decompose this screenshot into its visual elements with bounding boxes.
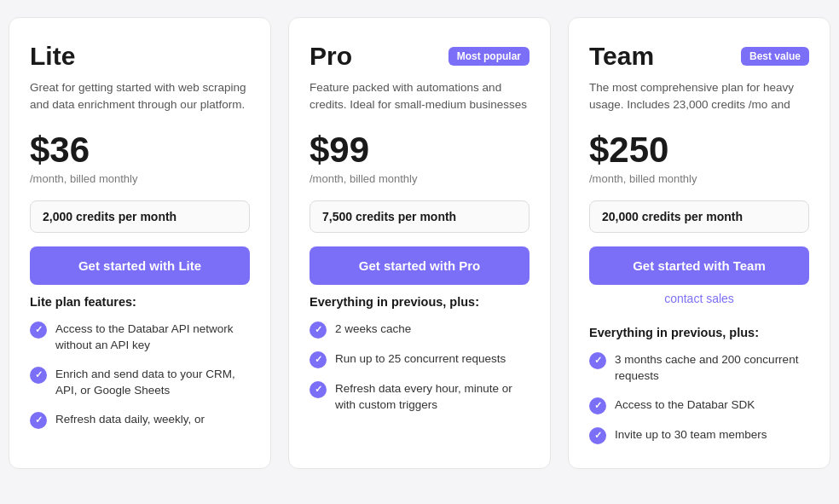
check-icon xyxy=(310,322,327,339)
feature-item: 3 months cache and 200 concurrent reques… xyxy=(589,351,809,385)
feature-item: 2 weeks cache xyxy=(310,321,529,339)
feature-text: Access to the Databar SDK xyxy=(615,397,755,414)
feature-text: Access to the Databar API network withou… xyxy=(55,321,250,354)
plan-billing: /month, billed monthly xyxy=(30,172,250,185)
feature-item: Invite up to 30 team members xyxy=(589,426,809,444)
plan-description: Feature packed with automations and cred… xyxy=(310,79,529,114)
plan-header: Lite xyxy=(30,42,250,71)
feature-item: Refresh data every hour, minute or with … xyxy=(310,380,529,414)
plan-header: Pro Most popular xyxy=(310,42,529,71)
feature-text: Enrich and send data to your CRM, API, o… xyxy=(55,366,250,399)
plan-price: $36 xyxy=(30,130,250,171)
plan-price: $99 xyxy=(310,130,529,171)
pricing-grid: Lite Great for getting started with web … xyxy=(9,17,830,469)
plan-description: The most comprehensive plan for heavy us… xyxy=(589,79,809,114)
check-icon xyxy=(589,397,606,414)
check-icon xyxy=(30,322,47,339)
pro-badge: Most popular xyxy=(448,47,529,66)
check-icon xyxy=(30,367,47,384)
plan-card-pro: Pro Most popular Feature packed with aut… xyxy=(288,17,551,469)
team-cta-button[interactable]: Get started with Team xyxy=(589,246,809,285)
credits-box: 20,000 credits per month xyxy=(589,200,809,233)
plan-billing: /month, billed monthly xyxy=(310,172,529,185)
plan-name: Lite xyxy=(30,42,75,71)
plan-name: Team xyxy=(589,42,654,71)
features-title: Everything in previous, plus: xyxy=(310,295,529,309)
feature-text: Refresh data daily, weekly, or xyxy=(55,411,205,428)
check-icon xyxy=(589,427,606,444)
feature-text: 3 months cache and 200 concurrent reques… xyxy=(615,351,809,385)
check-icon xyxy=(589,352,606,369)
credits-box: 7,500 credits per month xyxy=(310,200,529,233)
plan-card-team: Team Best value The most comprehensive p… xyxy=(568,17,830,469)
team-badge: Best value xyxy=(741,47,809,66)
features-list: 3 months cache and 200 concurrent reques… xyxy=(589,351,809,444)
feature-text: Invite up to 30 team members xyxy=(615,426,767,443)
plan-price: $250 xyxy=(589,130,809,171)
plan-header: Team Best value xyxy=(589,42,809,71)
feature-item: Access to the Databar API network withou… xyxy=(30,321,250,354)
check-icon xyxy=(310,351,327,368)
feature-item: Run up to 25 concurrent requests xyxy=(310,350,529,368)
feature-text: 2 weeks cache xyxy=(335,321,411,338)
plan-card-lite: Lite Great for getting started with web … xyxy=(9,17,271,469)
check-icon xyxy=(30,412,47,429)
feature-item: Access to the Databar SDK xyxy=(589,397,809,414)
contact-sales-link[interactable]: contact sales xyxy=(589,292,809,305)
features-title: Lite plan features: xyxy=(30,295,250,309)
check-icon xyxy=(310,381,327,398)
plan-name: Pro xyxy=(310,42,352,71)
feature-text: Run up to 25 concurrent requests xyxy=(335,350,506,368)
pro-cta-button[interactable]: Get started with Pro xyxy=(310,246,529,285)
features-list: 2 weeks cache Run up to 25 concurrent re… xyxy=(310,321,529,414)
feature-item: Enrich and send data to your CRM, API, o… xyxy=(30,366,250,399)
feature-item: Refresh data daily, weekly, or xyxy=(30,411,250,429)
features-list: Access to the Databar API network withou… xyxy=(30,321,250,429)
lite-cta-button[interactable]: Get started with Lite xyxy=(30,246,250,285)
credits-box: 2,000 credits per month xyxy=(30,200,250,233)
plan-description: Great for getting started with web scrap… xyxy=(30,79,250,114)
plan-billing: /month, billed monthly xyxy=(589,172,809,185)
feature-text: Refresh data every hour, minute or with … xyxy=(335,380,529,414)
features-title: Everything in previous, plus: xyxy=(589,326,809,339)
